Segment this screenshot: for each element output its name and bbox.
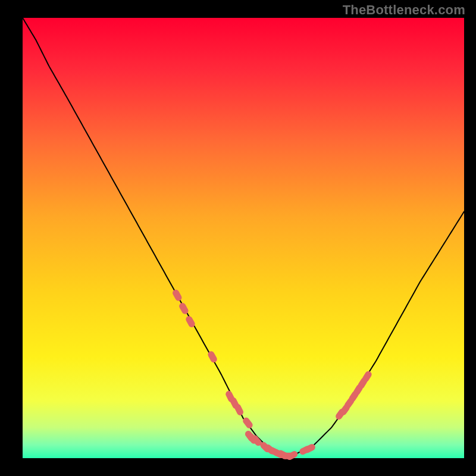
plot-area: [23, 18, 464, 458]
watermark-text: TheBottleneck.com: [343, 2, 465, 18]
chart-root: TheBottleneck.com: [0, 0, 476, 476]
chart-svg: [0, 0, 476, 476]
